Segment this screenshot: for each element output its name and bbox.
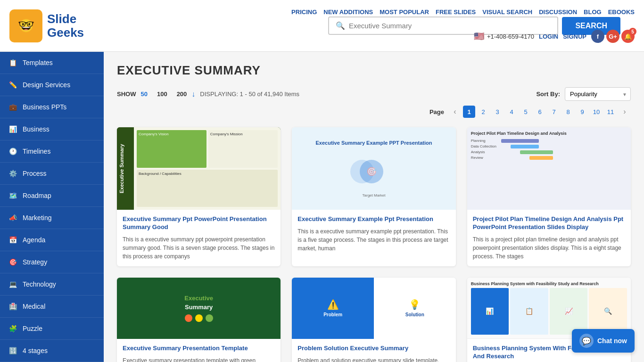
logo-icon: 🤓 — [9, 9, 42, 42]
map-icon: 🗺️ — [8, 190, 18, 201]
sidebar-item-agenda[interactable]: 📅 Agenda — [0, 229, 104, 251]
notification-badge: 5 — [629, 28, 636, 35]
sidebar-label-design-services: Design Services — [23, 81, 70, 89]
sidebar-label-roadmap: Roadmap — [23, 192, 51, 199]
auth-area: 🇺🇸 +1-408-659-4170 LOGIN SIGNUP f G+ 🔔 5 — [474, 30, 635, 43]
card-3-body: Project Pilot Plan Timeline Design And A… — [467, 210, 631, 266]
sort-select[interactable]: Popularity Newest Oldest A-Z — [565, 87, 631, 101]
sidebar-item-roadmap[interactable]: 🗺️ Roadmap — [0, 185, 104, 207]
stages4-icon: 🔢 — [8, 346, 18, 356]
page-8[interactable]: 8 — [562, 106, 574, 118]
social-icons: f G+ 🔔 5 — [591, 30, 635, 43]
nav-discussion[interactable]: DISCUSSION — [539, 8, 577, 16]
login-link[interactable]: LOGIN — [539, 33, 558, 40]
page-6[interactable]: 6 — [534, 106, 546, 118]
megaphone-icon: 📣 — [8, 213, 18, 223]
show-label: SHOW — [117, 90, 136, 98]
logo-text: Slide Geeks — [47, 12, 84, 39]
phone-number: +1-408-659-4170 — [487, 33, 534, 40]
sidebar-label-strategy: Strategy — [23, 258, 47, 266]
sidebar-label-4stages: 4 stages — [23, 347, 48, 354]
sidebar-label-technology: Technology — [23, 280, 56, 288]
page-1[interactable]: 1 — [463, 106, 475, 118]
page-5[interactable]: 5 — [520, 106, 532, 118]
page-3[interactable]: 3 — [491, 106, 504, 118]
show-100[interactable]: 100 — [157, 90, 167, 98]
target-icon: 🎯 — [8, 257, 18, 267]
facebook-icon[interactable]: f — [591, 30, 604, 43]
card-3[interactable]: Project Pilot Plan Timeline Design and A… — [467, 127, 631, 266]
card-5[interactable]: ⚠️ Problem 💡 Solution Problem Solution E… — [292, 278, 455, 362]
notification-icon[interactable]: 🔔 5 — [621, 30, 635, 43]
next-page-arrow[interactable]: › — [619, 106, 631, 118]
sidebar-label-puzzle: Puzzle — [23, 325, 42, 332]
card-2-title: Executive Summary Example Ppt Presentati… — [297, 215, 450, 223]
nav-most-popular[interactable]: MOST POPULAR — [380, 8, 429, 16]
search-input[interactable] — [349, 22, 551, 30]
google-plus-icon[interactable]: G+ — [606, 30, 619, 43]
page-9[interactable]: 9 — [576, 106, 588, 118]
sidebar-item-templates[interactable]: 📋 Templates — [0, 52, 104, 74]
page-11[interactable]: 11 — [604, 106, 617, 118]
book-icon: 📋 — [8, 58, 18, 68]
card-3-desc: This is a project pilot plan timeline de… — [473, 235, 625, 261]
card-1[interactable]: Executive Summary Company's Vision Compa… — [117, 127, 281, 266]
sidebar-item-process[interactable]: ⚙️ Process — [0, 163, 104, 185]
nav-new-additions[interactable]: NEW ADDITIONS — [323, 8, 373, 16]
nav-ebooks[interactable]: EBOOKS — [608, 8, 635, 16]
sidebar-item-puzzle[interactable]: 🧩 Puzzle — [0, 318, 104, 340]
card-4-body: Executive Summary Presentation Template … — [117, 339, 281, 362]
chip-icon: 💻 — [8, 279, 18, 289]
sidebar-item-technology[interactable]: 💻 Technology — [0, 273, 104, 296]
phone-area: 🇺🇸 +1-408-659-4170 — [474, 31, 534, 41]
sidebar-label-timelines: Timelines — [23, 148, 50, 155]
logo[interactable]: 🤓 Slide Geeks — [9, 9, 113, 42]
nav-free-slides[interactable]: FREE SLIDES — [436, 8, 476, 16]
medical-icon: 🏥 — [8, 301, 18, 312]
card-2[interactable]: Executive Summary Example PPT Presentati… — [292, 127, 455, 266]
nav-blog[interactable]: BLOG — [584, 8, 602, 16]
chat-widget[interactable]: 💬 Chat now — [572, 329, 635, 353]
show-200[interactable]: 200 — [177, 90, 187, 98]
nav-pricing[interactable]: PRICING — [291, 8, 317, 16]
search-icon: 🔍 — [336, 21, 345, 30]
sidebar-item-business-ppts[interactable]: 💼 Business PPTs — [0, 96, 104, 118]
sidebar-item-strategy[interactable]: 🎯 Strategy — [0, 251, 104, 273]
show-area: SHOW 50 100 200 ↓ DISPLAYING: 1 - 50 of … — [117, 90, 299, 99]
page-10[interactable]: 10 — [590, 106, 603, 118]
down-arrow-icon[interactable]: ↓ — [191, 90, 195, 99]
prev-page-arrow[interactable]: ‹ — [449, 106, 461, 118]
page-4[interactable]: 4 — [505, 106, 518, 118]
card-5-body: Problem Solution Executive Summary Probl… — [292, 339, 455, 362]
sidebar-label-business: Business — [23, 125, 50, 133]
signup-link[interactable]: SIGNUP — [563, 33, 586, 40]
card-2-body: Executive Summary Example Ppt Presentati… — [292, 210, 455, 258]
page-2[interactable]: 2 — [477, 106, 489, 118]
sidebar-item-medical[interactable]: 🏥 Medical — [0, 296, 104, 318]
main-layout: 📋 Templates ✏️ Design Services 💼 Busines… — [0, 52, 644, 362]
sort-label: Sort By: — [536, 90, 560, 98]
card-3-title: Project Pilot Plan Timeline Design And A… — [473, 215, 625, 231]
puzzle-icon: 🧩 — [8, 323, 18, 334]
card-1-title: Executive Summary Ppt PowerPoint Present… — [123, 215, 275, 231]
flag-icon: 🇺🇸 — [474, 31, 484, 41]
show-50[interactable]: 50 — [140, 90, 147, 98]
card-4-title: Executive Summary Presentation Template — [123, 345, 275, 353]
page-7[interactable]: 7 — [548, 106, 560, 118]
sidebar-item-design-services[interactable]: ✏️ Design Services — [0, 74, 104, 96]
card-2-desc: This is a executive summary example ppt … — [297, 227, 450, 253]
sidebar-label-process: Process — [23, 170, 47, 177]
displaying-text: DISPLAYING: 1 - 50 of 41,940 Items — [200, 90, 299, 98]
logo-emoji: 🤓 — [18, 18, 34, 33]
sort-wrapper: Popularity Newest Oldest A-Z — [565, 87, 631, 101]
nav-visual-search[interactable]: VISUAL SEARCH — [482, 8, 532, 16]
sidebar: 📋 Templates ✏️ Design Services 💼 Busines… — [0, 52, 104, 362]
briefcase-icon: 💼 — [8, 102, 18, 112]
sidebar-item-timelines[interactable]: 🕐 Timelines — [0, 140, 104, 163]
sidebar-item-business[interactable]: 📊 Business — [0, 118, 104, 140]
card-5-desc: Problem and solution executive summary s… — [297, 356, 450, 362]
card-4[interactable]: Executive Summary Executive Summary Pres… — [117, 278, 281, 362]
sidebar-item-marketing[interactable]: 📣 Marketing — [0, 207, 104, 229]
page-title: EXECUTIVE SUMMARY — [117, 63, 631, 78]
sidebar-item-4stages[interactable]: 🔢 4 stages — [0, 340, 104, 362]
